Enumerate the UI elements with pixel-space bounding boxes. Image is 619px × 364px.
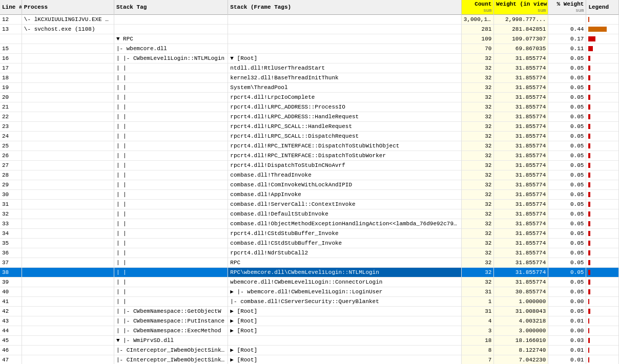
- cell-line: 25: [0, 141, 22, 151]
- cell-line: 20: [0, 93, 22, 102]
- cell-legend: [586, 307, 619, 316]
- table-row[interactable]: 12 \- lKCXUIUULINGIJVU.EXE (EEE)3,000,11…: [0, 15, 619, 25]
- table-row[interactable]: 17 | | ntdll.dll!RtlUserThreadStart3231.…: [0, 63, 619, 73]
- cell-pct-weight: 0.05: [548, 248, 586, 258]
- cell-process: [22, 229, 114, 239]
- table-row[interactable]: 44 | |- CWbemNamespace::ExecMethod▶ [Roo…: [0, 326, 619, 336]
- cell-stack-tag: | |: [114, 180, 228, 190]
- table-row[interactable]: 37 | | RPC3231.8557740.05: [0, 258, 619, 268]
- cell-line: 39: [0, 277, 22, 287]
- cell-pct-weight: 0.05: [548, 63, 586, 73]
- table-row[interactable]: 28 | | combase.dll!ThreadInvoke3231.8557…: [0, 170, 619, 180]
- table-row[interactable]: 34 | | rpcrt4.dll!CStdStubBuffer_Invoke3…: [0, 229, 619, 239]
- cell-weight: 31.008043: [494, 307, 548, 316]
- table-row[interactable]: 25 | | rpcrt4.dll!RPC_INTERFACE::Dispatc…: [0, 141, 619, 151]
- table-row[interactable]: ▼ RPC109109.0773070.17: [0, 34, 619, 44]
- cell-legend: [586, 229, 619, 239]
- table-row[interactable]: 40 | | ▶ |- wbemcore.dll!CWbemLevel1Logi…: [0, 287, 619, 297]
- cell-legend: [586, 239, 619, 248]
- legend-bar: [588, 153, 590, 158]
- col-header-stack-tag[interactable]: Stack Tag: [114, 0, 228, 15]
- table-row[interactable]: 24 | | rpcrt4.dll!LRPC_SCALL::DispatchRe…: [0, 132, 619, 141]
- cell-stack-tag: | |: [114, 190, 228, 200]
- legend-bar: [588, 46, 593, 51]
- cell-stack-frame: rpcrt4.dll!DispatchToStubInCNoAvrf: [228, 161, 461, 170]
- cell-line: 34: [0, 229, 22, 239]
- cell-count: 32: [461, 239, 494, 248]
- cell-stack-tag: | |: [114, 248, 228, 258]
- cell-weight: 31.855774: [494, 180, 548, 190]
- cell-stack-frame: combase.dll!ServerCall::ContextInvoke: [228, 200, 461, 209]
- cell-count: 32: [461, 151, 494, 161]
- cell-count: 3: [461, 326, 494, 336]
- cell-stack-frame: ▶ [Root]: [228, 316, 461, 326]
- cell-count: 32: [461, 268, 494, 277]
- cell-stack-tag: | |: [114, 268, 228, 277]
- table-row[interactable]: 23 | | rpcrt4.dll!LRPC_SCALL::HandleRequ…: [0, 122, 619, 132]
- table-row[interactable]: 19 | | System\ThreadPool3231.8557740.05: [0, 83, 619, 93]
- col-header-process[interactable]: Process: [22, 0, 114, 15]
- table-row[interactable]: 20 | | rpcrt4.dll!LrpcIoComplete3231.855…: [0, 93, 619, 102]
- table-row[interactable]: 26 | | rpcrt4.dll!RPC_INTERFACE::Dispatc…: [0, 151, 619, 161]
- table-row[interactable]: 41 | | |- combase.dll!CServerSecurity::Q…: [0, 297, 619, 307]
- cell-process: [22, 239, 114, 248]
- legend-bar: [588, 36, 595, 41]
- col-header-stack-frame[interactable]: Stack (Frame Tags): [228, 0, 461, 15]
- cell-line: 19: [0, 83, 22, 93]
- table-row[interactable]: 31 | | combase.dll!ServerCall::ContextIn…: [0, 200, 619, 209]
- col-header-weight[interactable]: Weight (in view...) sum: [494, 0, 548, 15]
- cell-legend: [586, 200, 619, 209]
- cell-stack-tag: | |: [114, 102, 228, 112]
- cell-pct-weight: 0.05: [548, 307, 586, 316]
- cell-count: 32: [461, 122, 494, 132]
- cell-count: 281: [461, 25, 494, 34]
- legend-bar: [588, 260, 590, 265]
- table-row[interactable]: 47 |- CInterceptor_IWbemObjectSink::Indi…: [0, 355, 619, 365]
- legend-bar: [588, 124, 590, 129]
- table-row[interactable]: 21 | | rpcrt4.dll!LRPC_ADDRESS::ProcessI…: [0, 102, 619, 112]
- col-header-pct-weight[interactable]: % Weight sum: [548, 0, 586, 15]
- cell-pct-weight: 0.01: [548, 346, 586, 355]
- cell-process: [22, 277, 114, 287]
- table-row[interactable]: 42 | |- CWbemNamespace::GetObjectW▶ [Roo…: [0, 307, 619, 316]
- table-row[interactable]: 33 | | combase.dll!ObjectMethodException…: [0, 219, 619, 229]
- cell-stack-tag: | |: [114, 122, 228, 132]
- cell-count: 18: [461, 336, 494, 346]
- table-row[interactable]: 27 | | rpcrt4.dll!DispatchToStubInCNoAvr…: [0, 161, 619, 170]
- cell-legend: [586, 15, 619, 25]
- col-header-count[interactable]: Count sum: [461, 0, 494, 15]
- cell-process: [22, 112, 114, 122]
- table-row[interactable]: 43 | |- CWbemNamespace::PutInstance▶ [Ro…: [0, 316, 619, 326]
- table-row[interactable]: 18 | | kernel32.dll!BaseThreadInitThunk3…: [0, 73, 619, 83]
- cell-pct-weight: 0.01: [548, 316, 586, 326]
- legend-bar: [588, 182, 590, 187]
- col-header-line[interactable]: Line #: [0, 0, 22, 15]
- cell-stack-frame: rpcrt4.dll!RPC_INTERFACE::DispatchToStub…: [228, 141, 461, 151]
- cell-legend: [586, 219, 619, 229]
- table-row[interactable]: 29 | | combase.dll!ComInvokeWithLockAndI…: [0, 180, 619, 190]
- table-row[interactable]: 30 | | combase.dll!AppInvoke3231.8557740…: [0, 190, 619, 200]
- table-row[interactable]: 38 | |RPC\wbemcore.dll\CWbemLevel1Login:…: [0, 268, 619, 277]
- table-row[interactable]: 15 |- wbemcore.dll7069.8670350.11: [0, 44, 619, 54]
- legend-bar: [588, 250, 590, 255]
- table-row[interactable]: 45▼ |- WmiPrvSD.dll1818.1660100.03: [0, 336, 619, 346]
- table-row[interactable]: 32 | | combase.dll!DefaultStubInvoke3231…: [0, 209, 619, 219]
- table-row[interactable]: 35 | | combase.dll!CStdStubBuffer_Invoke…: [0, 239, 619, 248]
- col-header-legend[interactable]: Legend: [586, 0, 619, 15]
- cell-stack-frame: combase.dll!CStdStubBuffer_Invoke: [228, 239, 461, 248]
- table-row[interactable]: 13 \- svchost.exe (1108)281281.8428510.4…: [0, 25, 619, 34]
- cell-stack-tag: | |: [114, 258, 228, 268]
- table-row[interactable]: 22 | | rpcrt4.dll!LRPC_ADDRESS::HandleRe…: [0, 112, 619, 122]
- table-row[interactable]: 46 |- CInterceptor_IWbemObjectSink::SetS…: [0, 346, 619, 355]
- table-row[interactable]: 16 | |- CWbemLevel1Login::NTLMLogin▼ [Ro…: [0, 54, 619, 63]
- cell-count: 32: [461, 209, 494, 219]
- cell-stack-tag: | |- CWbemNamespace::GetObjectW: [114, 307, 228, 316]
- table-row[interactable]: 36 | | rpcrt4.dll!NdrStubCall23231.85577…: [0, 248, 619, 258]
- cell-legend: [586, 112, 619, 122]
- legend-bar: [588, 134, 590, 139]
- cell-weight: 31.855774: [494, 190, 548, 200]
- table-row[interactable]: 39 | | wbemcore.dll!CWbemLevel1Login::Co…: [0, 277, 619, 287]
- cell-stack-frame: wbemcore.dll!CWbemLevel1Login::Connector…: [228, 277, 461, 287]
- cell-process: [22, 200, 114, 209]
- cell-weight: 31.855774: [494, 141, 548, 151]
